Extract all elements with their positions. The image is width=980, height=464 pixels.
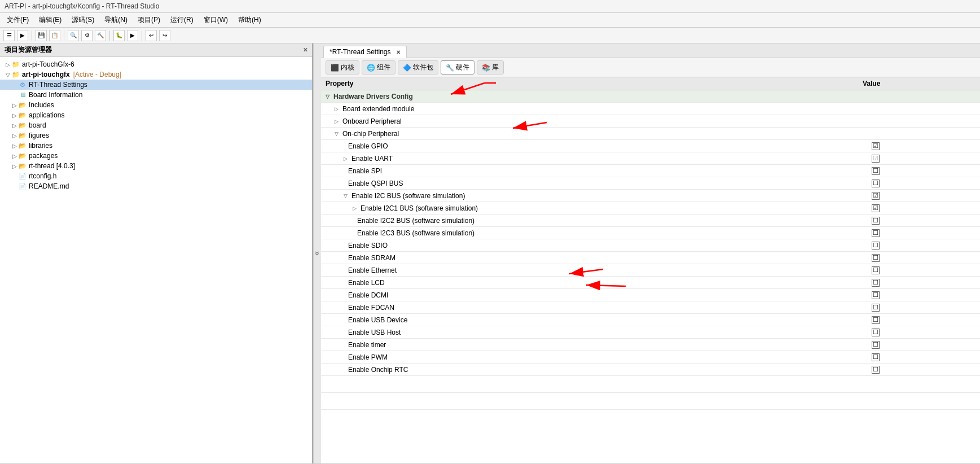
checkbox-i2c1[interactable]: ☑	[872, 204, 880, 212]
tree-item-rt-thread[interactable]: ▷ 📂 rt-thread [4.0.3]	[0, 161, 312, 171]
prop-value-dcmi[interactable]: ☐	[867, 290, 980, 300]
prop-value-usb-host[interactable]: ☐	[867, 327, 980, 338]
prop-value-gpio[interactable]: ☑	[867, 141, 980, 151]
menu-source[interactable]: 源码(S)	[67, 14, 99, 26]
row-enable-dcmi[interactable]: Enable DCMI ☐	[321, 289, 980, 301]
tree-item-readme[interactable]: 📄 README.md	[0, 181, 312, 191]
prop-value-pwm[interactable]: ☐	[867, 352, 980, 362]
prop-value-rtc[interactable]: ☐	[867, 365, 980, 375]
menu-project[interactable]: 项目(P)	[133, 14, 165, 26]
checkbox-usb-device[interactable]: ☐	[872, 316, 880, 324]
toolbar-btn-2[interactable]: ▶	[17, 30, 28, 41]
menu-run[interactable]: 运行(R)	[166, 14, 198, 26]
tab-close-icon[interactable]: ✕	[396, 49, 401, 55]
checkbox-dcmi[interactable]: ☐	[872, 291, 880, 299]
checkbox-sdram[interactable]: ☐	[872, 254, 880, 262]
prop-value-ethernet[interactable]: ☐	[867, 265, 980, 275]
row-enable-i2c3[interactable]: Enable I2C3 BUS (software simulation) ☐	[321, 227, 980, 239]
prop-value-i2c1[interactable]: ☑	[867, 203, 980, 213]
checkbox-timer[interactable]: ☐	[872, 341, 880, 349]
checkbox-i2c2[interactable]: ☐	[872, 217, 880, 225]
prop-value-i2c3[interactable]: ☐	[867, 228, 980, 238]
tree-item-rtconfig[interactable]: 📄 rtconfig.h	[0, 171, 312, 181]
menu-window[interactable]: 窗口(W)	[199, 14, 232, 26]
toolbar-btn-5[interactable]: 🔍	[68, 30, 79, 41]
config-tab-packages[interactable]: 🔷 软件包	[398, 60, 438, 75]
tree-item-art-pi-touchgfx6[interactable]: ▷ 📁 art-pi-TouchGfx-6	[0, 59, 312, 69]
toolbar-btn-debug[interactable]: 🐛	[113, 30, 125, 41]
row-enable-lcd[interactable]: Enable LCD ☐	[321, 277, 980, 289]
expand-icon[interactable]: ▷	[335, 119, 340, 124]
row-enable-qspi[interactable]: Enable QSPI BUS ☐	[321, 177, 980, 190]
section-enable-i2c1[interactable]: ▷ Enable I2C1 BUS (software simulation) …	[321, 202, 980, 215]
tree-item-rt-thread-settings[interactable]: ⚙ RT-Thread Settings	[0, 80, 312, 90]
prop-value-sdio[interactable]: ☐	[867, 240, 980, 251]
menu-file[interactable]: 文件(F)	[2, 14, 33, 26]
tree-item-art-pi-touchgfx[interactable]: ▽ 📁 art-pi-touchgfx [Active - Debug]	[0, 69, 312, 80]
checkbox-sdio[interactable]: ☐	[872, 242, 880, 249]
row-enable-i2c2[interactable]: Enable I2C2 BUS (software simulation) ☐	[321, 215, 980, 227]
row-enable-fdcan[interactable]: Enable FDCAN ☐	[321, 301, 980, 314]
prop-value-spi[interactable]: ☐	[867, 166, 980, 176]
section-enable-uart[interactable]: ▷ Enable UART ☑	[321, 152, 980, 165]
expand-icon[interactable]: ▽	[344, 193, 349, 199]
checkbox-i2c3[interactable]: ☐	[872, 229, 880, 237]
section-onchip-peripheral[interactable]: ▽ On-chip Peripheral	[321, 128, 980, 140]
tree-item-board-info[interactable]: 🖥 Board Information	[0, 90, 312, 100]
menu-navigate[interactable]: 导航(N)	[100, 14, 132, 26]
prop-value-timer[interactable]: ☐	[867, 340, 980, 350]
checkbox-lcd[interactable]: ☐	[872, 279, 880, 287]
tree-item-board[interactable]: ▷ 📂 board	[0, 120, 312, 130]
toolbar-btn-4[interactable]: 📋	[49, 30, 60, 41]
tree-item-applications[interactable]: ▷ 📂 applications	[0, 110, 312, 120]
config-tab-kernel[interactable]: ⬛ 内核	[326, 60, 359, 75]
section-enable-i2c[interactable]: ▽ Enable I2C BUS (software simulation) ☑	[321, 190, 980, 202]
config-tab-components[interactable]: 🌐 组件	[362, 60, 395, 75]
row-enable-usb-host[interactable]: Enable USB Host ☐	[321, 326, 980, 339]
checkbox-uart[interactable]: ☑	[872, 155, 880, 163]
expand-icon[interactable]: ▷	[335, 106, 340, 112]
collapse-btn[interactable]: »	[313, 43, 321, 463]
checkbox-ethernet[interactable]: ☐	[872, 266, 880, 274]
toolbar-btn-7[interactable]: 🔨	[95, 30, 106, 41]
tree-item-includes[interactable]: ▷ 📂 Includes	[0, 100, 312, 110]
checkbox-qspi[interactable]: ☐	[872, 180, 880, 187]
toolbar-btn-6[interactable]: ⚙	[81, 30, 93, 41]
row-enable-usb-device[interactable]: Enable USB Device ☐	[321, 314, 980, 326]
row-enable-sdio[interactable]: Enable SDIO ☐	[321, 239, 980, 252]
section-hardware-drivers[interactable]: ▽ Hardware Drivers Config	[321, 90, 980, 103]
toolbar-btn-run[interactable]: ▶	[127, 30, 138, 41]
expand-icon[interactable]: ▽	[335, 131, 340, 137]
row-enable-pwm[interactable]: Enable PWM ☐	[321, 351, 980, 364]
checkbox-fdcan[interactable]: ☐	[872, 304, 880, 312]
prop-value-usb-device[interactable]: ☐	[867, 315, 980, 325]
toolbar-btn-undo[interactable]: ↩	[146, 30, 157, 41]
row-enable-sdram[interactable]: Enable SDRAM ☐	[321, 252, 980, 264]
prop-value-fdcan[interactable]: ☐	[867, 303, 980, 313]
row-enable-ethernet[interactable]: Enable Ethernet ☐	[321, 264, 980, 277]
prop-value-qspi[interactable]: ☐	[867, 178, 980, 189]
prop-value-i2c[interactable]: ☑	[867, 191, 980, 201]
checkbox-spi[interactable]: ☐	[872, 167, 880, 175]
toolbar-btn-redo[interactable]: ↪	[159, 30, 170, 41]
expand-icon[interactable]: ▷	[344, 156, 349, 161]
menu-edit[interactable]: 编辑(E)	[34, 14, 66, 26]
config-tab-hardware[interactable]: 🔧 硬件	[441, 60, 474, 75]
tree-item-libraries[interactable]: ▷ 📂 libraries	[0, 141, 312, 151]
section-onboard-peripheral[interactable]: ▷ Onboard Peripheral	[321, 115, 980, 128]
section-board-extended[interactable]: ▷ Board extended module	[321, 103, 980, 115]
tree-item-figures[interactable]: ▷ 📂 figures	[0, 130, 312, 141]
expand-icon[interactable]: ▷	[353, 205, 358, 211]
row-enable-spi[interactable]: Enable SPI ☐	[321, 165, 980, 177]
tab-rt-thread-settings[interactable]: *RT-Thread Settings ✕	[323, 46, 407, 58]
config-tab-libs[interactable]: 📚 库	[477, 60, 504, 75]
row-enable-timer[interactable]: Enable timer ☐	[321, 339, 980, 351]
prop-value-lcd[interactable]: ☐	[867, 278, 980, 288]
menu-help[interactable]: 帮助(H)	[234, 14, 266, 26]
row-enable-rtc[interactable]: Enable Onchip RTC ☐	[321, 364, 980, 376]
checkbox-pwm[interactable]: ☐	[872, 353, 880, 361]
prop-value-i2c2[interactable]: ☐	[867, 216, 980, 226]
toolbar-btn-1[interactable]: ☰	[3, 30, 15, 41]
tree-item-packages[interactable]: ▷ 📂 packages	[0, 151, 312, 161]
row-enable-gpio[interactable]: Enable GPIO ☑	[321, 140, 980, 152]
